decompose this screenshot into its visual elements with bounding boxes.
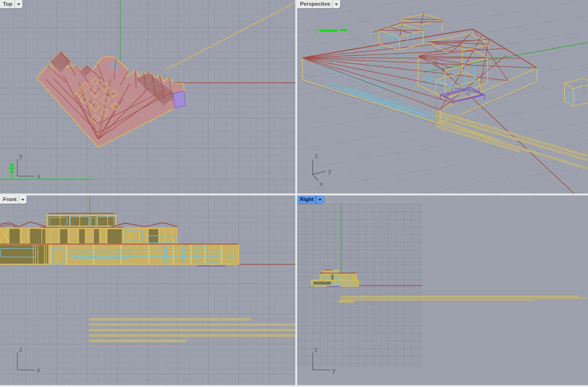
front-view-canvas: z x <box>0 195 295 385</box>
axis-icon-top: y x <box>17 152 41 180</box>
viewport-title-top[interactable]: Top <box>3 0 12 8</box>
axis-label-x: x <box>319 180 323 187</box>
viewport-title-perspective[interactable]: Perspective <box>300 0 330 8</box>
floor-plate-lines <box>340 296 586 302</box>
viewport-title-front[interactable]: Front <box>3 195 16 204</box>
chevron-down-icon[interactable] <box>335 3 338 5</box>
axis-label-z: z <box>19 346 22 353</box>
right-elevation-model <box>311 270 359 286</box>
axis-label-y: y <box>332 366 336 374</box>
north-arrow-icon: N <box>9 163 15 178</box>
viewport-tab-right[interactable]: Right <box>297 195 324 204</box>
viewport-perspective[interactable]: z y x Perspective <box>297 0 588 194</box>
svg-text:N: N <box>9 163 14 168</box>
axis-icon-right: z y <box>313 346 336 374</box>
floor-plate-lines <box>90 319 294 341</box>
axis-label-z: z <box>315 152 318 160</box>
purple-surface <box>173 91 185 108</box>
y-axis-line <box>424 42 588 72</box>
viewport-tab-front[interactable]: Front <box>0 195 27 204</box>
yellow-curve-line <box>166 3 295 70</box>
rhino-four-viewport-workspace: y x N Top <box>0 0 588 387</box>
viewport-right[interactable]: z y Right <box>297 195 588 385</box>
axis-label-x: x <box>37 172 41 180</box>
floor-plate-curves <box>435 111 586 168</box>
axis-label-y: y <box>328 167 332 175</box>
tab-separator <box>316 195 316 204</box>
top-view-canvas: y x N <box>0 0 295 194</box>
green-annotation <box>317 27 347 34</box>
viewport-title-right[interactable]: Right <box>300 195 314 204</box>
top-view-mesh-model <box>37 51 185 147</box>
viewport-front[interactable]: z x Front <box>0 195 295 385</box>
axis-label-z: z <box>314 346 318 353</box>
tab-separator <box>19 195 19 204</box>
axis-icon-front: z x <box>17 346 41 374</box>
purple-box <box>440 88 485 102</box>
right-box-cluster <box>418 34 491 101</box>
chevron-down-icon[interactable] <box>318 199 322 201</box>
axis-label-y: y <box>19 152 23 160</box>
chevron-down-icon[interactable] <box>17 3 20 5</box>
viewport-top[interactable]: y x N Top <box>0 0 295 194</box>
perspective-view-canvas: z y x <box>297 0 588 194</box>
tab-separator <box>15 0 15 8</box>
viewport-tab-top[interactable]: Top <box>0 0 22 8</box>
axis-label-x: x <box>37 366 41 374</box>
front-elevation-model <box>0 213 239 266</box>
viewport-tab-perspective[interactable]: Perspective <box>297 0 340 8</box>
chevron-down-icon[interactable] <box>21 199 24 201</box>
axis-icon-perspective: z y x <box>313 152 332 187</box>
tab-separator <box>332 0 333 8</box>
right-view-canvas: z y <box>297 195 588 385</box>
far-right-box <box>565 78 588 107</box>
